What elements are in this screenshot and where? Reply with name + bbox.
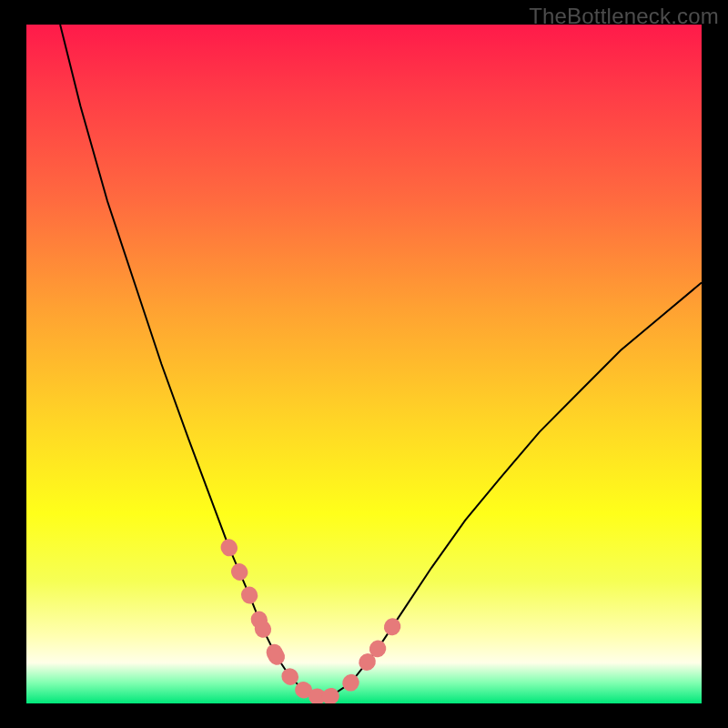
chart-frame: TheBottleneck.com — [0, 0, 728, 728]
curve-highlight — [229, 547, 405, 696]
bottleneck-curve — [26, 25, 702, 703]
chart-plot-area — [26, 25, 702, 703]
watermark-text: TheBottleneck.com — [529, 4, 719, 29]
curve-line — [60, 25, 702, 697]
